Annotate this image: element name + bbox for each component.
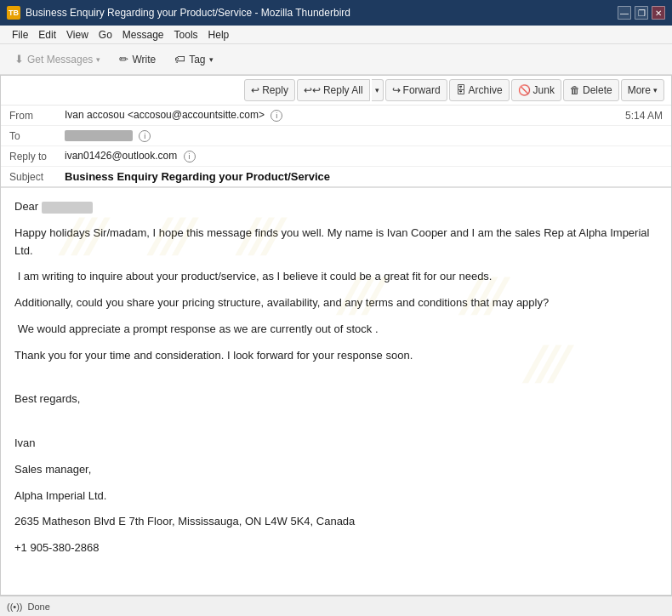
to-info-icon[interactable]: i <box>139 130 151 142</box>
menu-bar: File Edit View Go Message Tools Help <box>0 26 672 44</box>
tag-button[interactable]: 🏷 Tag ▾ <box>167 49 220 69</box>
email-greeting: Dear <box>14 198 658 216</box>
archive-icon: 🗄 <box>456 84 466 96</box>
more-label: More <box>628 84 651 96</box>
junk-button[interactable]: 🚫 Junk <box>511 79 561 101</box>
from-info-icon[interactable]: i <box>271 110 282 122</box>
close-button[interactable]: ✕ <box>652 6 665 20</box>
minimize-button[interactable]: — <box>618 6 631 20</box>
restore-button[interactable]: ❐ <box>635 6 648 20</box>
wifi-icon: ((•)) <box>7 602 23 612</box>
junk-label: Junk <box>533 84 555 96</box>
tag-dropdown-icon: ▾ <box>209 55 214 64</box>
from-text: Ivan accosou <accosou@accountsitte.com> <box>65 109 265 121</box>
title-bar: TB Business Enquiry Regarding your Produ… <box>0 0 672 26</box>
menu-view[interactable]: View <box>61 28 94 42</box>
window-controls: — ❐ ✕ <box>618 6 665 20</box>
reply-all-icon: ↩↩ <box>304 84 321 96</box>
email-paragraph4: We would appreciate a prompt response as… <box>14 321 658 339</box>
to-blurred <box>65 130 133 141</box>
forward-button[interactable]: ↪ Forward <box>385 79 447 101</box>
signature-company: Alpha Imperial Ltd. <box>14 488 658 505</box>
more-button[interactable]: More ▾ <box>621 79 664 101</box>
email-paragraph1: Happy holidays Sir/madam, I hope this me… <box>14 225 658 260</box>
from-field: From Ivan accosou <accosou@accountsitte.… <box>1 106 671 126</box>
menu-tools[interactable]: Tools <box>169 28 203 42</box>
reply-to-info-icon[interactable]: i <box>184 151 196 163</box>
window-title: Business Enquiry Regarding your Product/… <box>26 7 618 19</box>
from-value: Ivan accosou <accosou@accountsitte.com> … <box>65 109 625 122</box>
subject-field: Subject Business Enquiry Regarding your … <box>1 167 671 187</box>
reply-to-label: Reply to <box>9 151 65 163</box>
reply-to-value: ivan01426@outlook.com i <box>65 150 663 163</box>
reply-to-text: ivan01426@outlook.com <box>65 150 177 162</box>
toolbar: ⬇ Get Messages ▾ ✏ Write 🏷 Tag ▾ <box>0 44 672 75</box>
write-icon: ✏ <box>119 53 128 66</box>
signature-phone: +1 905-380-2868 <box>14 539 658 557</box>
reply-label: Reply <box>262 84 288 96</box>
reply-all-dropdown[interactable]: ▾ <box>372 79 384 101</box>
delete-button[interactable]: 🗑 Delete <box>563 79 619 101</box>
email-paragraph5: Thank you for your time and consideratio… <box>14 347 658 365</box>
signature-address: 2635 Matheson Blvd E 7th Floor, Mississa… <box>14 513 658 531</box>
get-messages-icon: ⬇ <box>14 53 24 66</box>
to-label: To <box>9 130 65 142</box>
junk-icon: 🚫 <box>518 84 531 96</box>
write-label: Write <box>132 54 156 66</box>
action-bar: ↩ Reply ↩↩ Reply All ▾ ↪ Forward 🗄 Archi… <box>1 76 671 106</box>
email-header: ↩ Reply ↩↩ Reply All ▾ ↪ Forward 🗄 Archi… <box>1 76 671 188</box>
from-label: From <box>9 110 65 122</box>
email-container: ↩ Reply ↩↩ Reply All ▾ ↪ Forward 🗄 Archi… <box>0 75 672 596</box>
menu-go[interactable]: Go <box>94 28 117 42</box>
email-paragraph3: Additionally, could you share your prici… <box>14 294 658 312</box>
delete-icon: 🗑 <box>570 84 580 96</box>
email-closing: Best regards, <box>14 391 658 408</box>
status-bar: ((•)) Done <box>0 596 672 616</box>
archive-button[interactable]: 🗄 Archive <box>449 79 510 101</box>
email-time: 5:14 AM <box>625 110 663 122</box>
signature-name: Ivan <box>14 435 658 453</box>
forward-icon: ↪ <box>392 84 401 96</box>
reply-button[interactable]: ↩ Reply <box>244 79 295 101</box>
get-messages-label: Get Messages <box>27 54 93 66</box>
reply-all-button[interactable]: ↩↩ Reply All <box>297 79 370 101</box>
tag-label: Tag <box>189 54 205 66</box>
get-messages-dropdown-icon: ▾ <box>96 55 100 64</box>
reply-icon: ↩ <box>251 84 259 96</box>
archive-label: Archive <box>469 84 503 96</box>
email-paragraph2: I am writing to inquire about your produ… <box>14 268 658 286</box>
get-messages-button[interactable]: ⬇ Get Messages ▾ <box>7 49 108 69</box>
tag-icon: 🏷 <box>174 53 185 66</box>
menu-help[interactable]: Help <box>203 28 235 42</box>
signature-title: Sales manager, <box>14 461 658 479</box>
reply-all-dropdown-icon: ▾ <box>375 86 379 94</box>
subject-value: Business Enquiry Regarding your Product/… <box>65 170 330 183</box>
reply-all-label: Reply All <box>323 84 363 96</box>
recipient-name-blurred <box>42 202 93 214</box>
to-field: To i <box>1 126 671 146</box>
more-dropdown-icon: ▾ <box>653 86 658 94</box>
forward-label: Forward <box>403 84 441 96</box>
delete-label: Delete <box>583 84 612 96</box>
app-icon: TB <box>7 6 20 20</box>
to-value: i <box>65 129 663 142</box>
reply-to-field: Reply to ivan01426@outlook.com i <box>1 146 671 167</box>
status-label: Done <box>28 602 50 612</box>
email-body: /// /// /// /// /// /// /// /// Dear Hap… <box>1 188 671 595</box>
subject-label: Subject <box>9 171 65 183</box>
menu-message[interactable]: Message <box>117 28 169 42</box>
menu-file[interactable]: File <box>7 28 33 42</box>
write-button[interactable]: ✏ Write <box>111 49 163 69</box>
menu-edit[interactable]: Edit <box>33 28 61 42</box>
